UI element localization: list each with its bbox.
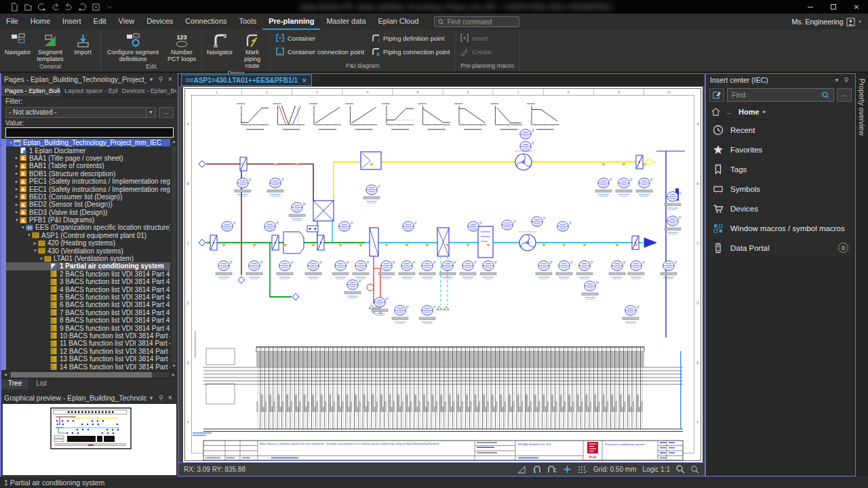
home-icon[interactable]	[711, 108, 720, 116]
ribbon-button-container-connection-point[interactable]: Container connection point	[273, 46, 366, 57]
ribbon-button-piping-definition-point[interactable]: 1Piping definition point	[369, 33, 452, 43]
panel-dropdown-icon[interactable]: ▾	[146, 394, 156, 401]
ribbon-button-segment-templates[interactable]: Segment templates	[35, 30, 66, 62]
breadcrumb[interactable]: Home ▸	[738, 108, 766, 116]
tree-horizontal-scrollbar[interactable]: ◄►	[1, 370, 178, 378]
tree-item[interactable]: 2 BACS function list VDI 3814 Part 4.3	[6, 270, 170, 278]
remove-layout-icon[interactable]	[91, 2, 100, 12]
tree-item[interactable]: ▸&BDB1 (Structure description)	[6, 170, 170, 178]
snap-grid-icon[interactable]	[547, 466, 557, 474]
user-account[interactable]: Ms. Engineering ▾	[792, 18, 868, 26]
maximize-button[interactable]	[822, 0, 845, 14]
tree-item[interactable]: ▸430 (Ventilation systems)	[6, 247, 170, 254]
filter-more-button[interactable]: ...	[159, 107, 174, 118]
menu-tab-home[interactable]: Home	[24, 14, 56, 30]
tree-item[interactable]: 3 BACS function list VDI 3814 Part 4.3	[6, 278, 170, 285]
menu-tab-tools[interactable]: Tools	[233, 14, 263, 30]
tree-item[interactable]: ▸&BAA1 (Title page / cover sheet)	[6, 155, 170, 162]
tree-item[interactable]: ▸Eplan_Building_Technology_Project_mm_IE…	[6, 139, 170, 146]
filter-combobox[interactable]: - Not activated - ▾	[5, 107, 156, 118]
panel-tab-0[interactable]: Pages - Eplan_Buildin...	[1, 85, 61, 96]
menu-tab-edit[interactable]: Edit	[87, 14, 113, 30]
insert-center-icon[interactable]	[709, 88, 724, 102]
center-snap-icon[interactable]	[563, 465, 572, 474]
tree-item[interactable]: 7 BACS function list VDI 3814 Part 4.3	[6, 309, 170, 317]
tree-item[interactable]: 13 BACS function list VDI 3814 Part 4.3	[6, 355, 170, 363]
insert-center-find-input[interactable]: Find	[727, 88, 834, 102]
menu-tab-view[interactable]: View	[113, 14, 141, 30]
ribbon-button-piping-connection-point[interactable]: Piping connection point	[369, 46, 452, 57]
panel-pin-icon[interactable]: ⚲	[156, 394, 165, 401]
tab-close-icon[interactable]: ✕	[302, 77, 307, 84]
tree-item[interactable]: ▸&BED3 (Valve list (Design))	[6, 209, 170, 216]
find-command-box[interactable]: Find command	[434, 16, 519, 27]
document-tab[interactable]: ==ASP1=430.LTA01++EES&PFB1/1 ✕	[181, 75, 312, 86]
new-page-icon[interactable]	[9, 2, 19, 12]
ribbon-button-navigator[interactable]: Navigator	[204, 30, 235, 69]
tree-item[interactable]: ▸ASP1 (Control equipment plant 01)	[6, 232, 170, 239]
grid-display-icon[interactable]	[578, 466, 587, 474]
menu-tab-connections[interactable]: Connections	[179, 14, 233, 30]
value-input[interactable]	[5, 127, 174, 138]
menu-tab-insert[interactable]: Insert	[56, 14, 87, 30]
minimize-button[interactable]	[799, 0, 822, 14]
tree-item[interactable]: ▸&BED2 (Sensor list (Design))	[6, 201, 170, 208]
more-icon[interactable]	[104, 2, 114, 12]
insert-item-data-portal[interactable]: Data Portal0	[706, 238, 855, 258]
menu-tab-eplan-cloud[interactable]: Eplan Cloud	[372, 14, 425, 30]
ribbon-button-import[interactable]: Import	[67, 30, 98, 62]
tab-tree[interactable]: Tree	[1, 379, 29, 389]
insert-item-symbols[interactable]: Symbols	[706, 179, 855, 199]
tree-item[interactable]: ▸&PEC1 (Safety instructions / Implementa…	[6, 178, 170, 185]
insert-item-window-macros-symbol-macros[interactable]: Window macros / symbol macros	[706, 218, 855, 238]
tree-item[interactable]: 6 BACS function list VDI 3814 Part 4.3	[6, 301, 170, 308]
panel-tab-2[interactable]: Devices - Eplan_Build...	[119, 85, 178, 96]
redo-icon[interactable]	[64, 2, 73, 12]
menu-tab-file[interactable]: File	[0, 14, 24, 30]
undo-list-icon[interactable]	[37, 2, 46, 12]
tab-property-overview[interactable]: Property overview	[856, 73, 868, 141]
open-page-icon[interactable]	[23, 2, 33, 12]
ribbon-button-navigator[interactable]: Navigator	[2, 30, 33, 62]
tree-item[interactable]: 1 Eplan Disclaimer	[6, 146, 170, 154]
tree-item[interactable]: 9 BACS function list VDI 3814 Part 4.3	[6, 324, 170, 331]
ribbon-button-container[interactable]: Container	[273, 33, 366, 43]
tree-item[interactable]: 5 BACS function list VDI 3814 Part 4.3	[6, 293, 170, 301]
close-button[interactable]: ✕	[845, 0, 868, 14]
ribbon-button-mark-piping-route[interactable]: Mark piping route	[237, 30, 268, 69]
tree-item[interactable]: ▸&PFB1 (P&I Diagrams)	[6, 216, 170, 224]
menu-tab-pre-planning[interactable]: Pre-planning	[262, 14, 320, 30]
zoom-out-icon[interactable]	[691, 466, 699, 474]
tree-scrollbar-right[interactable]: ▲▼	[170, 139, 178, 370]
tree-item[interactable]: 12 BACS function list VDI 3814 Part 4.3	[6, 348, 170, 355]
panel-pin-icon[interactable]: ⚲	[842, 77, 851, 83]
zoom-in-icon[interactable]	[676, 465, 685, 474]
back-icon[interactable]: ←	[726, 108, 733, 116]
combo-dropdown-icon[interactable]: ▾	[146, 108, 155, 117]
tree-item[interactable]: 11 BACS function list VDI 3814 Part 4.3	[6, 340, 170, 347]
panel-dropdown-icon[interactable]: ▾	[832, 77, 842, 83]
tree-item[interactable]: ▸EES (Organization specific location str…	[6, 224, 170, 231]
undo-icon[interactable]	[50, 2, 60, 12]
tree-item[interactable]: ▸&BAB1 (Table of contents)	[6, 162, 170, 169]
panel-pin-icon[interactable]: ⚲	[156, 76, 165, 83]
tree-item[interactable]: ▸LTA01 (Ventilation system)	[6, 255, 170, 262]
tree-scrollbar-left[interactable]	[1, 139, 6, 370]
snap-object-icon[interactable]	[533, 466, 541, 474]
panel-tab-1[interactable]: Layout space - Eplan...	[61, 85, 119, 96]
insert-item-tags[interactable]: Tags	[706, 159, 855, 179]
tree-item[interactable]: 4 BACS function list VDI 3814 Part 4.3	[6, 285, 170, 293]
insert-center-more-button[interactable]: ...	[837, 88, 852, 102]
drawing-canvas[interactable]: 1122334455667788991010AABBCCDDEEFFEplan …	[178, 86, 705, 462]
tree-item[interactable]: 10 BACS function list VDI 3814 Part 4.3	[6, 332, 170, 340]
tree-item[interactable]: ▸420 (Heating systems)	[6, 239, 170, 247]
ribbon-button-configure-segment-definitions[interactable]: Configure segment definitions	[103, 30, 163, 62]
insert-item-devices[interactable]: Devices	[706, 199, 855, 218]
ribbon-button-number-pct-loops[interactable]: 123Number PCT loops	[164, 30, 199, 62]
tree-item[interactable]: ▸&BED1 (Consumer list (Design))	[6, 193, 170, 201]
insert-item-recent[interactable]: Recent	[706, 120, 855, 140]
redo-list-icon[interactable]	[77, 2, 87, 12]
tab-list[interactable]: List	[29, 379, 54, 389]
tree-item[interactable]: ▸&EEC1 (Safety instructions / Implementa…	[6, 185, 170, 192]
menu-tab-master-data[interactable]: Master data	[320, 14, 372, 30]
